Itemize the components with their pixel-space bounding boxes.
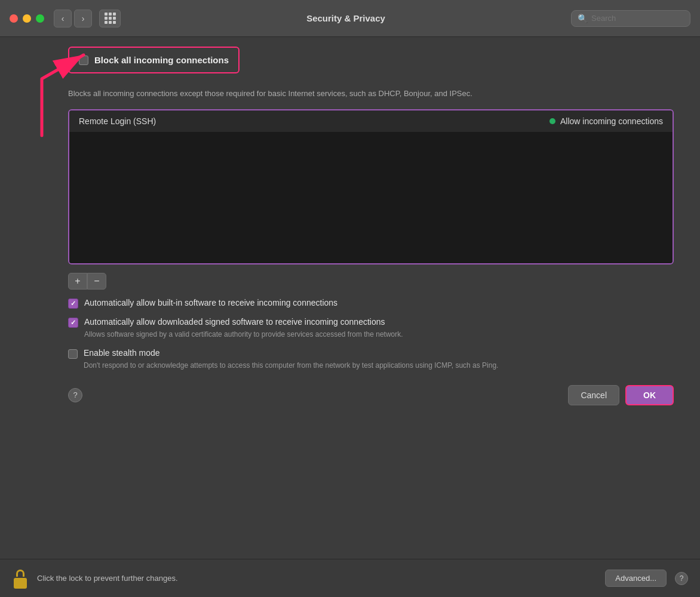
stealth-checkbox[interactable] [68,349,78,359]
status-dot [549,118,555,124]
remove-button[interactable]: − [87,273,106,290]
block-all-description: Blocks all incoming connections except t… [68,88,686,100]
grid-button[interactable] [99,10,121,27]
block-all-section: Block all incoming connections [68,47,240,73]
stealth-text: Enable stealth mode Don't respond to or … [84,348,498,371]
close-button[interactable] [10,14,18,23]
app-list-body [69,132,673,263]
stealth-row: Enable stealth mode Don't respond to or … [68,348,674,371]
nav-buttons: ‹ › [54,10,121,27]
fullscreen-button[interactable] [36,14,44,23]
option-2-text: Automatically allow downloaded signed so… [84,317,403,340]
firewall-panel: Block all incoming connections Blocks al… [14,47,686,549]
traffic-lights [10,14,44,23]
lock-shackle [16,570,24,577]
search-bar[interactable]: 🔍 [571,10,690,27]
app-name: Remote Login (SSH) [79,116,156,126]
window-title: Security & Privacy [121,13,571,23]
bottom-help-button[interactable]: ? [675,572,688,585]
forward-icon: › [82,14,85,23]
block-checkbox-row: Block all incoming connections [79,55,229,65]
option-1-label: Automatically allow built-in software to… [84,298,337,307]
lock-icon[interactable] [12,568,29,589]
ok-button[interactable]: OK [625,385,674,405]
status-indicator: Allow incoming connections [549,116,663,126]
main-window: ‹ › Security & Privacy 🔍 [0,0,700,597]
bottom-bar: Click the lock to prevent further change… [0,559,700,597]
back-button[interactable]: ‹ [54,10,72,27]
grid-icon [105,13,116,24]
option-2-checkbox[interactable] [68,318,78,328]
minus-icon: − [94,276,99,286]
titlebar: ‹ › Security & Privacy 🔍 [0,0,700,37]
search-input[interactable] [591,14,684,23]
minimize-button[interactable] [23,14,31,23]
add-button[interactable]: + [68,273,87,290]
search-icon: 🔍 [578,14,588,23]
app-list-section: Remote Login (SSH) Allow incoming connec… [68,109,674,264]
option-1-checkbox[interactable] [68,298,78,309]
option-1-text: Automatically allow built-in software to… [84,298,337,307]
status-label: Allow incoming connections [560,116,663,126]
app-list-item[interactable]: Remote Login (SSH) Allow incoming connec… [69,110,673,132]
lock-body [14,578,27,589]
forward-button[interactable]: › [74,10,92,27]
cancel-button[interactable]: Cancel [568,385,619,405]
block-all-label: Block all incoming connections [94,55,229,65]
lock-text: Click the lock to prevent further change… [37,574,597,583]
option-2-description: Allows software signed by a valid certif… [84,329,403,340]
help-button[interactable]: ? [68,388,82,402]
stealth-description: Don't respond to or acknowledge attempts… [84,360,498,371]
option-2-label: Automatically allow downloaded signed so… [84,317,403,327]
main-content: Block all incoming connections Blocks al… [0,37,700,559]
advanced-button[interactable]: Advanced... [605,570,667,587]
back-icon: ‹ [62,14,65,23]
plus-icon: + [75,276,80,286]
list-controls: + − [68,273,674,290]
option-row-1: Automatically allow built-in software to… [68,298,674,309]
block-all-checkbox[interactable] [79,56,88,65]
option-row-2: Automatically allow downloaded signed so… [68,317,674,340]
action-buttons: Cancel OK [568,385,674,405]
stealth-label: Enable stealth mode [84,348,498,358]
panel-bottom-buttons: ? Cancel OK [68,379,674,405]
